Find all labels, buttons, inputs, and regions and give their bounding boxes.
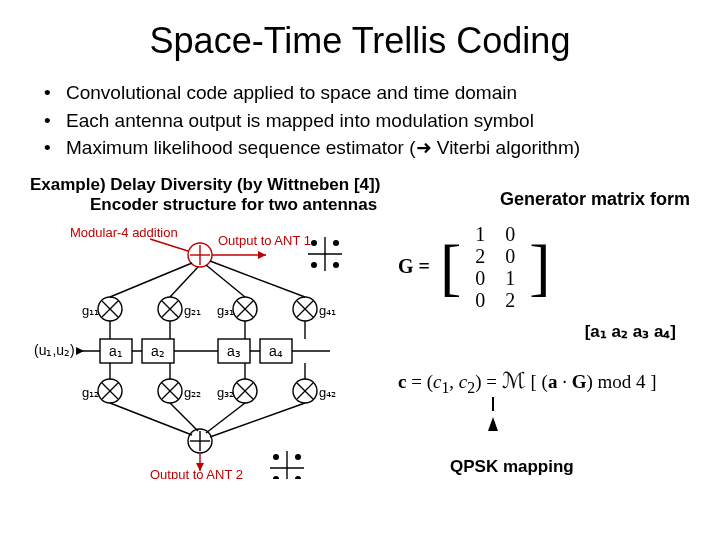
svg-point-68 [295, 476, 301, 479]
svg-point-8 [311, 240, 317, 246]
svg-point-66 [295, 454, 301, 460]
g-bot-4: g₄₂ [319, 385, 336, 400]
arrow-shaft [492, 397, 494, 411]
svg-marker-29 [76, 347, 84, 355]
g-top-1: g₁₁ [82, 303, 99, 318]
matrix-table: 10 20 01 02 [465, 223, 525, 311]
output-bot-label: Output to ANT 2 [150, 467, 243, 479]
output-top-label: Output to ANT 1 [218, 233, 311, 248]
a2-box: a₂ [151, 343, 165, 359]
example-line1: Example) Delay Diversity (by Wittneben [… [30, 175, 380, 195]
svg-line-58 [170, 403, 198, 431]
a-vector: [a₁ a₂ a₃ a₄] [398, 321, 688, 342]
multiplier-row-top [98, 297, 317, 321]
encoder-svg: Modular-4 addition Output to ANT 1 [30, 219, 390, 479]
a1-box: a₁ [109, 343, 123, 359]
svg-line-25 [170, 267, 198, 297]
svg-point-67 [273, 476, 279, 479]
svg-line-59 [206, 403, 245, 433]
svg-point-11 [333, 262, 339, 268]
a3-box: a₃ [227, 343, 241, 359]
g-top-4: g₄₁ [319, 303, 336, 318]
svg-line-57 [110, 403, 192, 435]
qpsk-constellation-bottom [270, 451, 304, 479]
example-heading: Example) Delay Diversity (by Wittneben [… [30, 175, 380, 215]
encoder-diagram: Modular-4 addition Output to ANT 1 [30, 219, 390, 483]
svg-point-9 [333, 240, 339, 246]
svg-point-10 [311, 262, 317, 268]
bracket-right: ] [529, 240, 550, 294]
svg-line-24 [110, 263, 192, 297]
g-bot-2: g₂₂ [184, 385, 201, 400]
bullet-item: Convolutional code applied to space and … [40, 80, 690, 106]
bracket-left: [ [440, 240, 461, 294]
svg-point-65 [273, 454, 279, 460]
svg-line-27 [210, 261, 305, 297]
bullet-item: Maximum likelihood sequence estimator (➜… [40, 135, 690, 161]
g-bot-3: g₃₂ [217, 385, 234, 400]
example-line2: Encoder structure for two antennas [30, 195, 380, 215]
svg-line-60 [210, 403, 305, 437]
qpsk-mapping-label: QPSK mapping [450, 457, 688, 477]
qpsk-constellation-top [308, 237, 342, 271]
g-top-3: g₃₁ [217, 303, 234, 318]
generator-matrix-label: Generator matrix form [500, 189, 690, 210]
bullet-item: Each antenna output is mapped into modul… [40, 108, 690, 134]
mod4-label: Modular-4 addition [70, 225, 178, 240]
g-top-2: g₂₁ [184, 303, 201, 318]
svg-marker-5 [258, 251, 266, 259]
a4-box: a₄ [269, 343, 283, 359]
bullet-list: Convolutional code applied to space and … [40, 80, 690, 161]
multiplier-row-bottom [98, 379, 317, 403]
matrix-lhs: G = [398, 255, 430, 278]
svg-line-3 [150, 239, 188, 251]
g-bot-1: g₁₂ [82, 385, 99, 400]
input-label: (u₁,u₂) [34, 342, 75, 358]
arrow-up-icon [488, 417, 498, 431]
svg-line-26 [206, 265, 245, 297]
codeword-formula: c = (c1, c2) = ℳ [ (a · G) mod 4 ] [398, 368, 688, 397]
page-title: Space-Time Trellis Coding [30, 20, 690, 62]
generator-matrix: G = [ 10 20 01 02 ] [398, 223, 688, 311]
